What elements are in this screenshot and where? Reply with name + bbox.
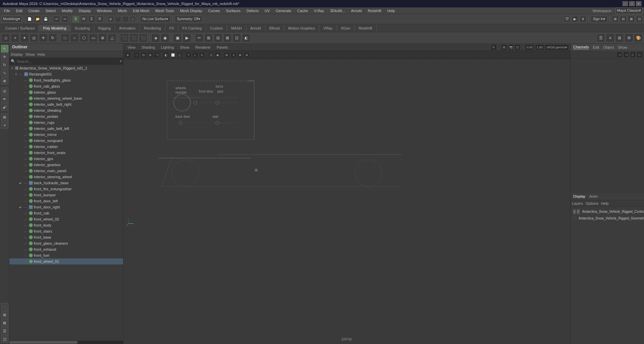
menu-uv[interactable]: UV [262,8,272,13]
vp-menu-renderer[interactable]: Renderer [193,45,213,50]
render-settings-icon[interactable]: 🎨 [634,34,643,42]
snap-grid-button[interactable]: ⊞ [108,16,114,22]
menu-file[interactable]: File [1,8,13,13]
list-item[interactable]: — front_cab [9,210,123,216]
list-item[interactable]: — interior_rubber [9,144,123,150]
snap-surface-button[interactable]: ◻ [130,16,136,22]
vp-menu-view[interactable]: View [125,45,138,50]
close-button[interactable]: ✕ [636,1,641,6]
layer-v-btn-geometry[interactable] [573,216,574,221]
vp-menu-panels[interactable]: Panels [214,45,231,50]
menu-help[interactable]: Help [385,8,398,13]
list-item[interactable]: — front_glass_cleaners [9,240,123,246]
menu-mesh[interactable]: Mesh [115,8,129,13]
fill-hole-icon[interactable]: ◉ [161,34,169,42]
workspace-dropdown[interactable]: Maya Classic▾ [615,7,643,14]
poly-cube-icon[interactable]: □ [61,34,69,42]
list-item[interactable]: ▶ — front_door_right [9,204,123,210]
move-tool[interactable]: ✛ [1,53,8,60]
menu-create[interactable]: Create [26,8,42,13]
list-item[interactable]: — interior_rugs [9,119,123,126]
vp-layout-btn[interactable]: ⊡ [515,44,521,50]
tab-sculpting[interactable]: Sculpting [71,25,94,32]
save-file-button[interactable]: 💾 [42,16,49,22]
poly-sphere-icon[interactable]: ○ [70,34,79,42]
camera-icon[interactable]: ▣ [173,34,182,42]
layer-controllers[interactable]: V P Antarctica_Snow_Vehicle_Rigged_Contr… [572,208,643,215]
vp-view-persp[interactable]: ◹ [154,52,160,58]
poly-torus-icon[interactable]: ⊕ [98,34,107,42]
list-item[interactable]: — interior_gearbox [9,162,123,168]
vp-grid-btn[interactable]: ⊠ [237,52,243,58]
outliner-icon[interactable]: ⊞ [615,34,624,42]
insert-edge-icon[interactable]: ⊞ [204,34,213,42]
vp-view-quad[interactable]: ⊞ [147,52,153,58]
search-input[interactable] [17,59,118,63]
list-item[interactable]: — interior_steering_wheel [9,174,123,180]
quick-sel-tool[interactable]: ⊞ [1,113,8,121]
sign-in-button[interactable]: Sign In▾ [591,16,607,22]
search-filter-icon[interactable]: ▾ [120,59,122,63]
list-item[interactable]: — interior_main_panel [9,168,123,174]
vp-refresh-btn[interactable]: ↻ [491,44,497,50]
tab-fx-caching[interactable]: FX Caching [178,25,206,32]
poly-cone-icon[interactable]: △ [108,34,116,42]
list-item[interactable]: — front_fire_extunguisher [9,186,123,192]
list-item[interactable]: — front_stairs [9,228,123,234]
menu-curves[interactable]: Curves [206,8,223,13]
lasso-tool[interactable]: ⌖ [1,121,8,129]
channels-tab[interactable]: Channels [573,45,589,49]
vp-isolate-select[interactable]: ◉ [215,52,221,58]
redo-button[interactable]: ↪ [61,16,68,22]
vp-light-btn[interactable]: L [192,52,198,58]
vp-shadow-btn[interactable]: S [199,52,205,58]
list-item[interactable]: — interior_steering_wheel_base [9,95,123,101]
list-item[interactable]: — front_base [9,234,123,240]
slide-edge-icon[interactable]: ⊟ [214,34,222,42]
vp-wireframe[interactable]: ⬜ [170,52,176,58]
poly-cylinder-icon[interactable]: ⬡ [79,34,88,42]
minimize-button[interactable]: – [623,1,628,6]
snap-curve-button[interactable]: ⌒ [115,16,121,22]
list-item[interactable]: — front_door_left [9,198,123,204]
list-item[interactable]: — front_wheel_02 [9,216,123,222]
menu-edit-mesh[interactable]: Edit Mesh [130,8,152,13]
sculpt-tool[interactable]: 🖌 [1,103,8,111]
offset-edge-icon[interactable]: ⊠ [223,34,232,42]
object-tab[interactable]: Object [603,45,614,49]
show-tab[interactable]: Show [618,45,627,49]
select-tool[interactable]: ↖ [1,45,8,52]
layer-v-btn-controllers[interactable]: V [573,209,576,214]
list-item[interactable]: ▼ — Rectangle001 [9,71,123,77]
new-file-button[interactable]: 📄 [26,16,33,22]
pause-button[interactable]: ⏸ [580,16,586,22]
list-item[interactable]: — front_fuel [9,252,123,258]
undo-button[interactable]: ↩ [53,16,60,22]
options-menu[interactable]: Options [586,201,598,205]
soft-select-tool[interactable]: ◎ [1,87,8,95]
vp-menu-shading[interactable]: Shading [139,45,158,50]
menu-modify[interactable]: Modify [59,8,75,13]
list-item[interactable]: — interior_sunguard [9,138,123,144]
display-layer-tool[interactable]: ☰ [1,327,8,335]
lasso-icon[interactable]: ⌖ [11,34,19,42]
vp-poly-count[interactable]: ⊞ [224,52,230,58]
paint-select-icon[interactable]: ✦ [20,34,29,42]
rp-icon-4[interactable]: ▷ [637,52,643,58]
anim-tab[interactable]: Anim [589,194,598,198]
rotate-tool-button[interactable]: E [89,16,95,22]
vp-texture-btn[interactable]: T [185,52,192,58]
live-surface-button[interactable]: No Live Surface ▾ [140,16,170,22]
tab-poly-modeling[interactable]: Poly Modeling [39,25,70,32]
list-item[interactable]: — interior_glass [9,89,123,95]
menu-vray[interactable]: V-Ray [311,8,327,13]
list-item[interactable]: — interior_safe_belt_left [9,126,123,132]
select-tool-button[interactable]: S [72,16,79,22]
vp-view-single[interactable]: □ [134,52,140,58]
vp-surface-shading[interactable]: ◧ [163,52,169,58]
tab-rigging[interactable]: Rigging [94,25,115,32]
connect-icon[interactable]: ⊡ [232,34,241,42]
vp-gamma-dropdown[interactable]: sRGB gamma ▾ [545,44,569,50]
vp-heads-up[interactable]: ℹ [230,52,236,58]
scale-tool-button[interactable]: R [97,16,103,22]
